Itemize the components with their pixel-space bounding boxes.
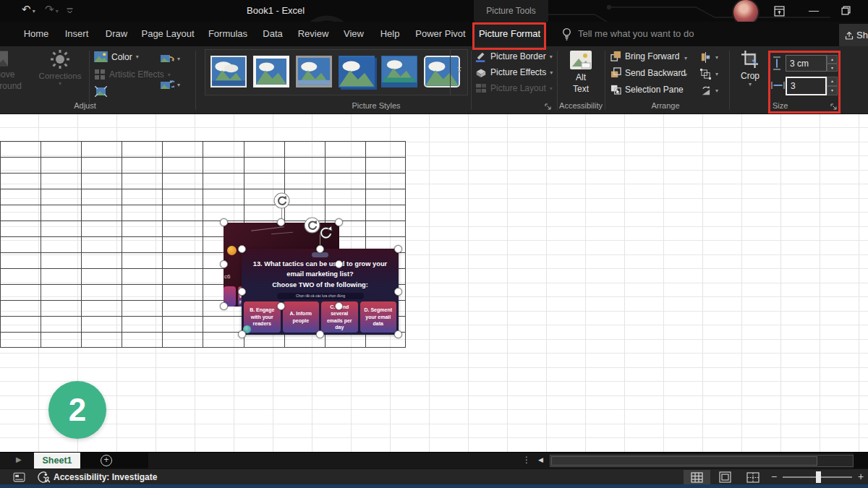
- sheet-options-dots[interactable]: ⋮: [522, 455, 531, 465]
- align-objects-icon: [700, 52, 711, 63]
- selection-handle[interactable]: [394, 245, 402, 253]
- selection-handle[interactable]: [335, 302, 343, 310]
- selection-handle[interactable]: [394, 288, 402, 296]
- picture-style-thumbnail[interactable]: [339, 56, 375, 87]
- tab-draw[interactable]: Draw: [101, 22, 132, 46]
- tab-review[interactable]: Review: [293, 22, 333, 46]
- reset-picture-button[interactable]: ▾: [161, 80, 180, 90]
- scroll-left-arrow[interactable]: ◀: [538, 456, 543, 463]
- zoom-in-button[interactable]: +: [858, 471, 864, 482]
- shape-width-input[interactable]: [786, 77, 827, 95]
- quiz-image-front[interactable]: 13. What tactics can be used to grow you…: [242, 249, 399, 335]
- tab-help[interactable]: Help: [375, 22, 405, 46]
- width-spinner[interactable]: ▴ ▾: [827, 77, 838, 95]
- bring-forward-dropdown[interactable]: ▾: [684, 55, 687, 61]
- tab-picture-format[interactable]: Picture Format: [475, 22, 545, 46]
- selection-handle[interactable]: [238, 330, 246, 338]
- sheet-tab-bar: ▶ Sheet1 + ⋮ ◀: [0, 452, 868, 468]
- picture-style-thumbnail[interactable]: [381, 56, 417, 87]
- picture-styles-group-label: Picture Styles: [318, 101, 434, 110]
- selection-handle[interactable]: [316, 245, 324, 253]
- tab-power-pivot[interactable]: Power Pivot: [412, 22, 469, 46]
- share-button[interactable]: Share: [839, 24, 868, 46]
- selection-handle[interactable]: [335, 260, 343, 268]
- color-button[interactable]: Color▾: [94, 51, 139, 62]
- shape-height-icon: [773, 56, 781, 70]
- crop-button[interactable]: Crop ▾: [733, 49, 767, 104]
- add-sheet-button[interactable]: +: [101, 455, 112, 466]
- bring-forward-button[interactable]: Bring Forward: [610, 51, 679, 61]
- horizontal-scrollbar[interactable]: [550, 455, 854, 467]
- picture-tools-context-label: Picture Tools: [474, 0, 548, 22]
- corrections-button[interactable]: Corrections ▾: [32, 48, 88, 104]
- height-spin-down[interactable]: ▾: [827, 64, 838, 72]
- picture-style-thumbnail[interactable]: [210, 56, 247, 87]
- ribbon-display-options-icon[interactable]: [774, 6, 785, 17]
- selection-handle[interactable]: [316, 330, 324, 338]
- view-normal-button[interactable]: [684, 470, 710, 484]
- alt-text-icon: [570, 51, 592, 69]
- selection-handle[interactable]: [220, 260, 228, 268]
- tab-formulas[interactable]: Formulas: [205, 22, 251, 46]
- selection-pane-button[interactable]: Selection Pane: [610, 84, 684, 95]
- tab-data[interactable]: Data: [258, 22, 287, 46]
- tab-home[interactable]: Home: [20, 22, 53, 46]
- selection-handle[interactable]: [277, 218, 285, 226]
- send-backward-button[interactable]: Send Backward: [610, 67, 686, 78]
- selection-handle[interactable]: [335, 218, 343, 226]
- width-spin-up[interactable]: ▴: [827, 77, 838, 86]
- restore-button[interactable]: [841, 6, 851, 15]
- scrollbar-thumb[interactable]: [551, 456, 817, 466]
- selection-handle[interactable]: [238, 288, 246, 296]
- selection-handle[interactable]: [220, 218, 228, 226]
- status-bar: Accessibility: Investigate − +: [0, 468, 868, 484]
- tab-page-layout[interactable]: Page Layout: [138, 22, 197, 46]
- picture-border-button[interactable]: Picture Border▾: [475, 51, 553, 62]
- size-dialog-launcher[interactable]: [830, 103, 838, 111]
- height-spin-up[interactable]: ▴: [827, 55, 838, 64]
- tab-insert[interactable]: Insert: [60, 22, 93, 46]
- group-objects-button[interactable]: ▾: [700, 69, 718, 80]
- redo-button[interactable]: ↷ ▾: [45, 3, 59, 16]
- crop-icon: [741, 51, 759, 68]
- selection-handle[interactable]: [220, 302, 228, 310]
- picture-style-thumbnail[interactable]: [253, 56, 289, 87]
- emoji-icon: [227, 246, 237, 255]
- align-objects-button[interactable]: ▾: [700, 52, 718, 63]
- minimize-button[interactable]: —: [809, 4, 819, 16]
- artistic-effects-button[interactable]: Artistic Effects▾: [94, 69, 171, 80]
- shape-height-input[interactable]: [786, 55, 827, 72]
- undo-button[interactable]: ↶ ▾: [22, 3, 35, 16]
- rotate-objects-button[interactable]: ▾: [700, 85, 718, 96]
- send-backward-dropdown[interactable]: ▾: [684, 72, 687, 78]
- picture-effects-button[interactable]: Picture Effects▾: [475, 67, 553, 78]
- zoom-out-button[interactable]: −: [771, 471, 777, 482]
- height-spinner[interactable]: ▴ ▾: [827, 55, 838, 72]
- change-picture-button[interactable]: ▾: [161, 53, 180, 64]
- selection-handle[interactable]: [277, 302, 285, 310]
- tab-view[interactable]: View: [339, 22, 368, 46]
- sheet-tab-active[interactable]: Sheet1: [34, 453, 80, 468]
- compress-picture-icon[interactable]: [95, 86, 107, 97]
- picture-layout-button[interactable]: Picture Layout▾: [475, 82, 553, 94]
- rotate-handle-icon[interactable]: [273, 192, 290, 209]
- view-page-layout-button[interactable]: [712, 470, 739, 484]
- selection-handle[interactable]: [394, 330, 402, 338]
- alt-text-button[interactable]: Alt Text: [561, 49, 600, 104]
- picture-style-thumbnail[interactable]: [296, 56, 332, 87]
- picture-effects-icon: [475, 67, 487, 78]
- gallery-more-button[interactable]: ─▾: [450, 50, 468, 95]
- answer-tile: D. Segment your email data: [360, 301, 397, 333]
- answer-tile: A. Inform people: [283, 301, 320, 333]
- sheet-nav-arrow[interactable]: ▶: [16, 455, 22, 463]
- view-page-break-button[interactable]: [739, 470, 766, 484]
- zoom-slider-thumb[interactable]: [816, 471, 821, 483]
- width-spin-down[interactable]: ▾: [827, 86, 838, 95]
- divider: [195, 51, 196, 110]
- accessibility-status[interactable]: Accessibility: Investigate: [54, 472, 157, 482]
- selection-handle[interactable]: [238, 245, 246, 253]
- divider: [729, 51, 730, 110]
- tell-me-search[interactable]: Tell me what you want to do: [578, 28, 694, 39]
- customize-quick-access-icon[interactable]: [67, 8, 73, 14]
- lightbulb-icon: [561, 27, 572, 41]
